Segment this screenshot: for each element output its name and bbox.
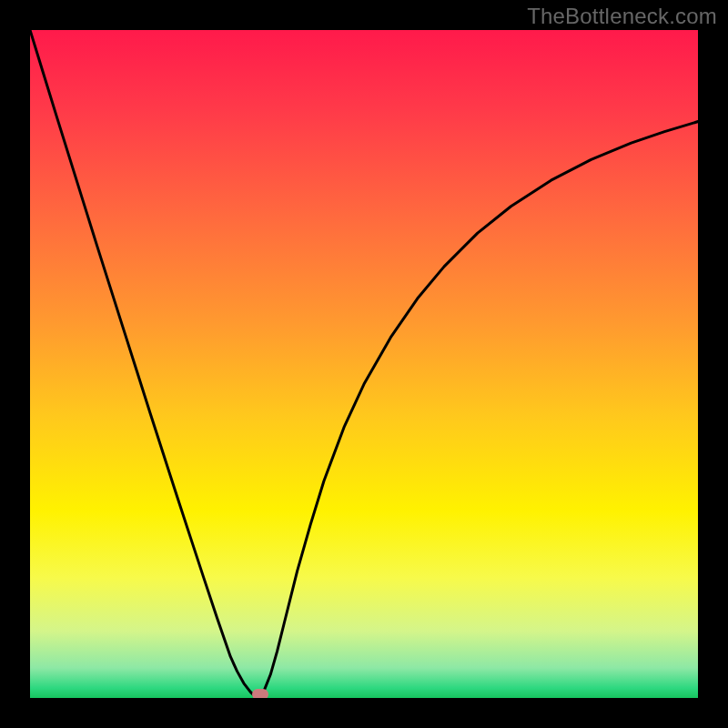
chart-svg <box>30 30 698 698</box>
plot-area <box>30 30 698 698</box>
gradient-background <box>30 30 698 698</box>
chart-frame: TheBottleneck.com <box>0 0 728 728</box>
watermark-text: TheBottleneck.com <box>527 4 717 29</box>
optimal-point-marker <box>252 689 268 698</box>
